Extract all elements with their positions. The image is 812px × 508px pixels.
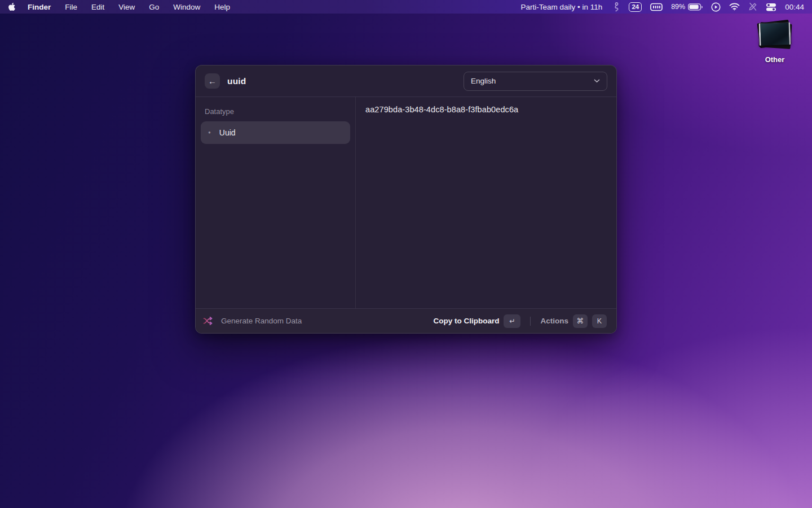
datatype-sidebar: Datatype ● Uuid: [196, 97, 356, 308]
sidebar-section-title: Datatype: [196, 104, 355, 121]
language-value: English: [471, 77, 496, 85]
copy-to-clipboard-label: Copy to Clipboard: [433, 317, 499, 325]
actions-button[interactable]: Actions ⌘ K: [538, 313, 609, 330]
play-circle-icon[interactable]: [711, 2, 721, 12]
copy-to-clipboard-button[interactable]: Copy to Clipboard ↵: [431, 313, 523, 330]
detail-panel: aa279bda-3b48-4dc8-b8a8-f3fbab0edc6a: [356, 97, 616, 308]
command-key-icon: ⌘: [573, 314, 588, 328]
menu-file[interactable]: File: [65, 3, 77, 11]
photo-stack-icon: [757, 20, 792, 50]
keyboard-icon[interactable]: [650, 3, 663, 11]
back-arrow-icon: ←: [208, 76, 217, 86]
calendar-event-text[interactable]: Parti-Team daily • in 11h: [521, 3, 603, 11]
posture-figure-icon[interactable]: [613, 2, 620, 12]
command-info: Generate Random Data: [203, 317, 302, 325]
desktop-icon-label: Other: [753, 55, 796, 64]
window-title: uuid: [227, 76, 246, 86]
k-key-icon: K: [592, 314, 607, 328]
menu-window[interactable]: Window: [173, 3, 200, 11]
raycast-window: ← uuid English Datatype ● Uuid aa279bda-…: [195, 65, 617, 334]
menu-help[interactable]: Help: [214, 3, 230, 11]
command-name-label: Generate Random Data: [221, 317, 302, 325]
wifi-icon[interactable]: [729, 3, 740, 11]
language-dropdown[interactable]: English: [464, 72, 607, 91]
shuffle-icon: [203, 317, 214, 325]
chevron-down-icon: [594, 79, 600, 83]
apple-logo-icon: [8, 2, 16, 11]
sidebar-item-label: Uuid: [219, 128, 236, 137]
battery-status[interactable]: 89%: [671, 3, 703, 11]
toggles-icon[interactable]: [766, 3, 776, 11]
menu-view[interactable]: View: [118, 3, 135, 11]
calendar-day-icon[interactable]: 24: [629, 2, 642, 12]
battery-percent-label: 89%: [671, 3, 685, 11]
back-button[interactable]: ←: [205, 73, 220, 89]
sidebar-item-uuid[interactable]: ● Uuid: [201, 121, 350, 144]
menu-bar: Finder File Edit View Go Window Help Par…: [0, 0, 812, 14]
window-footer: Generate Random Data Copy to Clipboard ↵…: [196, 308, 616, 333]
apple-menu[interactable]: [8, 2, 16, 11]
battery-icon: [688, 3, 703, 11]
clock-label[interactable]: 00:44: [785, 3, 804, 11]
window-header: ← uuid English: [196, 65, 616, 97]
desktop-icon-other[interactable]: Other: [753, 20, 796, 64]
menu-edit[interactable]: Edit: [91, 3, 104, 11]
actions-label: Actions: [540, 317, 568, 325]
menu-go[interactable]: Go: [149, 3, 159, 11]
return-key-icon: ↵: [504, 314, 520, 328]
stylus-disabled-icon[interactable]: [748, 2, 757, 11]
footer-divider: [530, 317, 531, 326]
uuid-value: aa279bda-3b48-4dc8-b8a8-f3fbab0edc6a: [365, 105, 607, 114]
menu-finder[interactable]: Finder: [28, 3, 51, 11]
bullet-icon: ●: [208, 130, 211, 135]
